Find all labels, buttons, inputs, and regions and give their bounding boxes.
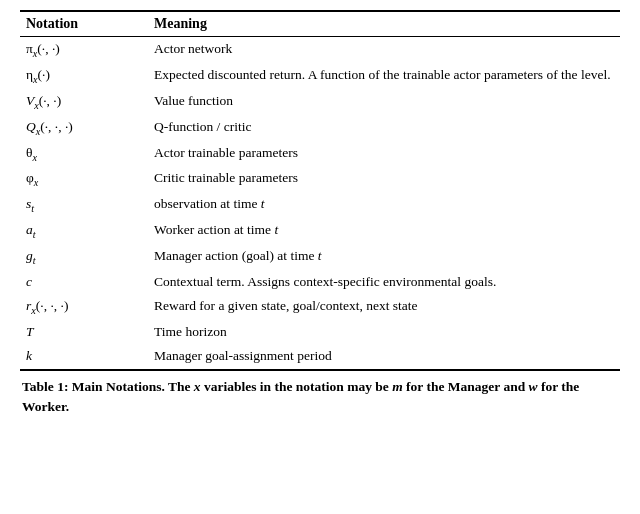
table-header-row: Notation Meaning (20, 12, 620, 37)
cell-meaning: Q-function / critic (150, 115, 620, 141)
cell-meaning: observation at time t (150, 192, 620, 218)
table-row: Qx(·, ·, ·)Q-function / critic (20, 115, 620, 141)
table-row: TTime horizon (20, 320, 620, 344)
header-notation: Notation (20, 12, 150, 37)
table-row: φxCritic trainable parameters (20, 166, 620, 192)
notation-table: Notation Meaning πx(·, ·)Actor networkηx… (20, 12, 620, 369)
cell-meaning: Manager action (goal) at time t (150, 244, 620, 270)
cell-notation: Vx(·, ·) (20, 89, 150, 115)
cell-notation: k (20, 344, 150, 368)
cell-meaning: Actor trainable parameters (150, 141, 620, 167)
cell-meaning: Actor network (150, 37, 620, 63)
cell-notation: rx(·, ·, ·) (20, 294, 150, 320)
cell-notation: φx (20, 166, 150, 192)
cell-notation: ηx(·) (20, 63, 150, 89)
table-row: atWorker action at time t (20, 218, 620, 244)
cell-meaning: Expected discounted return. A function o… (150, 63, 620, 89)
table-row: stobservation at time t (20, 192, 620, 218)
table-row: kManager goal-assignment period (20, 344, 620, 368)
table-row: Vx(·, ·)Value function (20, 89, 620, 115)
cell-meaning: Value function (150, 89, 620, 115)
cell-meaning: Reward for a given state, goal/context, … (150, 294, 620, 320)
table-row: θxActor trainable parameters (20, 141, 620, 167)
cell-notation: gt (20, 244, 150, 270)
header-meaning: Meaning (150, 12, 620, 37)
cell-meaning: Time horizon (150, 320, 620, 344)
table-caption: Table 1: Main Notations. The x variables… (20, 377, 620, 418)
table-row: cContextual term. Assigns context-specif… (20, 270, 620, 294)
cell-notation: θx (20, 141, 150, 167)
cell-meaning: Contextual term. Assigns context-specifi… (150, 270, 620, 294)
table-row: rx(·, ·, ·)Reward for a given state, goa… (20, 294, 620, 320)
cell-notation: st (20, 192, 150, 218)
cell-notation: T (20, 320, 150, 344)
table-row: ηx(·)Expected discounted return. A funct… (20, 63, 620, 89)
cell-notation: πx(·, ·) (20, 37, 150, 63)
cell-notation: Qx(·, ·, ·) (20, 115, 150, 141)
table-row: πx(·, ·)Actor network (20, 37, 620, 63)
cell-meaning: Critic trainable parameters (150, 166, 620, 192)
table-row: gtManager action (goal) at time t (20, 244, 620, 270)
cell-notation: at (20, 218, 150, 244)
table-container: Notation Meaning πx(·, ·)Actor networkηx… (20, 10, 620, 371)
cell-notation: c (20, 270, 150, 294)
cell-meaning: Manager goal-assignment period (150, 344, 620, 368)
cell-meaning: Worker action at time t (150, 218, 620, 244)
